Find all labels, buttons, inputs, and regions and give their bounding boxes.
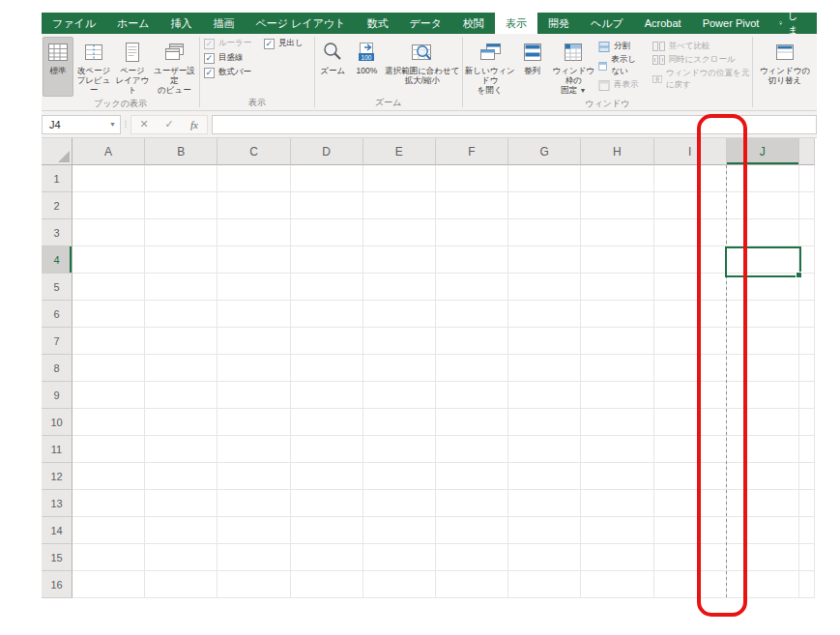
tab-home[interactable]: ホーム bbox=[106, 13, 160, 34]
cell-E14[interactable] bbox=[363, 517, 436, 544]
cell-G1[interactable] bbox=[508, 165, 581, 192]
cell-G2[interactable] bbox=[508, 192, 581, 219]
cell-clipped-13[interactable] bbox=[799, 490, 815, 517]
cell-B1[interactable] bbox=[145, 165, 217, 192]
cell-C8[interactable] bbox=[217, 355, 290, 382]
cell-G8[interactable] bbox=[508, 355, 581, 382]
cell-A2[interactable] bbox=[72, 192, 145, 219]
cell-D5[interactable] bbox=[291, 274, 363, 301]
cell-A14[interactable] bbox=[72, 517, 145, 544]
tab-formulas[interactable]: 数式 bbox=[356, 13, 398, 34]
fill-handle[interactable] bbox=[796, 272, 802, 278]
cell-G11[interactable] bbox=[508, 436, 581, 463]
normal-view-button[interactable]: 標準 bbox=[43, 37, 73, 97]
hide-window-button[interactable]: 表示しない bbox=[598, 54, 644, 77]
cell-clipped-12[interactable] bbox=[799, 463, 815, 490]
cell-H10[interactable] bbox=[581, 409, 653, 436]
cell-G4[interactable] bbox=[508, 246, 581, 274]
cell-C6[interactable] bbox=[217, 301, 290, 328]
cell-B2[interactable] bbox=[145, 192, 217, 219]
cell-E7[interactable] bbox=[363, 328, 436, 355]
tell-me-box[interactable]: 何をしますか bbox=[769, 13, 817, 34]
row-header-3[interactable]: 3 bbox=[42, 219, 72, 246]
cell-F8[interactable] bbox=[436, 355, 508, 382]
cell-A9[interactable] bbox=[72, 382, 145, 409]
cell-H5[interactable] bbox=[581, 274, 653, 301]
column-header-B[interactable]: B bbox=[145, 138, 217, 165]
cell-F5[interactable] bbox=[436, 274, 508, 301]
cell-clipped-4[interactable] bbox=[799, 246, 815, 274]
cell-D2[interactable] bbox=[291, 192, 363, 219]
headings-checkbox[interactable]: ✓ 見出し bbox=[264, 38, 316, 49]
view-side-by-side-button[interactable]: 並べて比較 bbox=[652, 41, 752, 52]
select-all-corner[interactable] bbox=[42, 138, 72, 165]
cell-B5[interactable] bbox=[145, 274, 217, 301]
arrange-all-button[interactable]: 整列 bbox=[516, 37, 549, 97]
column-header-F[interactable]: F bbox=[436, 138, 508, 165]
cell-H1[interactable] bbox=[581, 165, 653, 192]
new-window-button[interactable]: 新しいウィンドウ を開く bbox=[464, 37, 516, 98]
cell-C14[interactable] bbox=[217, 517, 290, 544]
cell-G6[interactable] bbox=[508, 301, 581, 328]
cell-F15[interactable] bbox=[436, 544, 508, 571]
tab-view[interactable]: 表示 bbox=[495, 13, 537, 34]
cell-A6[interactable] bbox=[72, 301, 145, 328]
cell-D13[interactable] bbox=[291, 490, 363, 517]
name-box[interactable]: J4 ▼ bbox=[42, 115, 121, 134]
cell-A4[interactable] bbox=[72, 246, 145, 274]
cell-clipped-8[interactable] bbox=[799, 355, 815, 382]
cell-D9[interactable] bbox=[291, 382, 363, 409]
cell-B6[interactable] bbox=[145, 301, 217, 328]
custom-views-button[interactable]: ユーザー設定 のビュー bbox=[151, 37, 198, 98]
row-header-5[interactable]: 5 bbox=[42, 274, 72, 301]
cell-B8[interactable] bbox=[145, 355, 217, 382]
row-header-9[interactable]: 9 bbox=[42, 382, 72, 409]
cell-C9[interactable] bbox=[217, 382, 290, 409]
cell-A11[interactable] bbox=[72, 436, 145, 463]
cell-D12[interactable] bbox=[291, 463, 363, 490]
cell-A5[interactable] bbox=[72, 274, 145, 301]
insert-function-icon[interactable]: fx bbox=[182, 119, 207, 130]
cell-B7[interactable] bbox=[145, 328, 217, 355]
name-box-dropdown-icon[interactable]: ▼ bbox=[109, 121, 116, 128]
cell-B4[interactable] bbox=[145, 246, 217, 274]
cell-G16[interactable] bbox=[508, 571, 581, 598]
cell-C13[interactable] bbox=[217, 490, 290, 517]
formula-bar-checkbox[interactable]: ✓ 数式バー bbox=[204, 67, 264, 78]
cell-C15[interactable] bbox=[217, 544, 290, 571]
cell-E4[interactable] bbox=[363, 246, 436, 274]
cell-E5[interactable] bbox=[363, 274, 436, 301]
tab-file[interactable]: ファイル bbox=[42, 13, 106, 34]
column-header-C[interactable]: C bbox=[217, 138, 290, 165]
cell-clipped-11[interactable] bbox=[799, 436, 815, 463]
cell-D15[interactable] bbox=[291, 544, 363, 571]
cell-D14[interactable] bbox=[291, 517, 363, 544]
row-header-1[interactable]: 1 bbox=[42, 165, 72, 192]
row-header-11[interactable]: 11 bbox=[42, 436, 72, 463]
row-header-13[interactable]: 13 bbox=[42, 490, 72, 517]
gridlines-checkbox[interactable]: ✓ 目盛線 bbox=[204, 52, 264, 64]
cell-D3[interactable] bbox=[291, 219, 363, 246]
cell-F13[interactable] bbox=[436, 490, 508, 517]
cell-H7[interactable] bbox=[581, 328, 653, 355]
cell-G15[interactable] bbox=[508, 544, 581, 571]
cell-A13[interactable] bbox=[72, 490, 145, 517]
cell-H8[interactable] bbox=[581, 355, 653, 382]
cell-F7[interactable] bbox=[436, 328, 508, 355]
cell-E2[interactable] bbox=[363, 192, 436, 219]
column-header-E[interactable]: E bbox=[363, 138, 436, 165]
cell-F14[interactable] bbox=[436, 517, 508, 544]
cell-clipped-16[interactable] bbox=[799, 571, 815, 598]
zoom-100-button[interactable]: 100 100% bbox=[350, 37, 384, 97]
cell-clipped-6[interactable] bbox=[799, 301, 815, 328]
column-header-A[interactable]: A bbox=[72, 138, 145, 165]
tab-page-layout[interactable]: ページ レイアウト bbox=[246, 13, 357, 34]
cell-D8[interactable] bbox=[291, 355, 363, 382]
cell-B10[interactable] bbox=[145, 409, 217, 436]
cell-F16[interactable] bbox=[436, 571, 508, 598]
cell-E13[interactable] bbox=[363, 490, 436, 517]
row-header-10[interactable]: 10 bbox=[42, 409, 72, 436]
zoom-button[interactable]: ズーム bbox=[316, 37, 350, 97]
reset-window-position-button[interactable]: ウィンドウの位置を元に戻す bbox=[652, 68, 752, 91]
cell-E16[interactable] bbox=[363, 571, 436, 598]
